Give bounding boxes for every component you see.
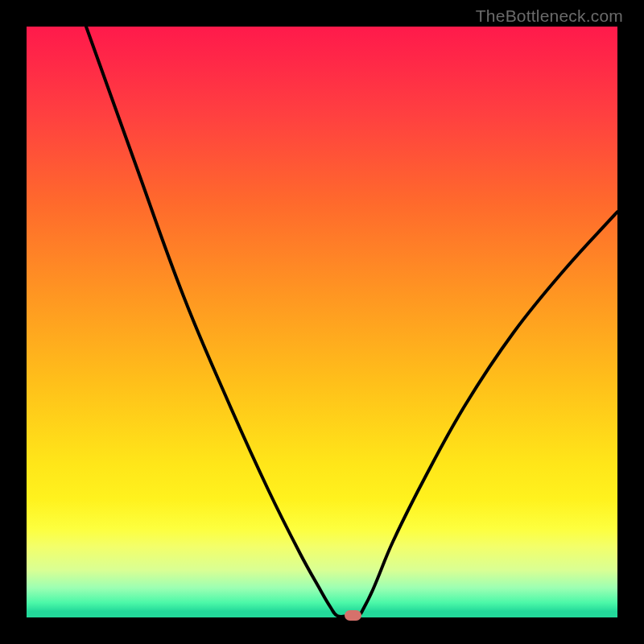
gradient-background: [27, 27, 617, 617]
chart-frame: TheBottleneck.com: [0, 0, 644, 644]
optimum-marker: [345, 610, 361, 621]
watermark-label: TheBottleneck.com: [476, 6, 623, 26]
